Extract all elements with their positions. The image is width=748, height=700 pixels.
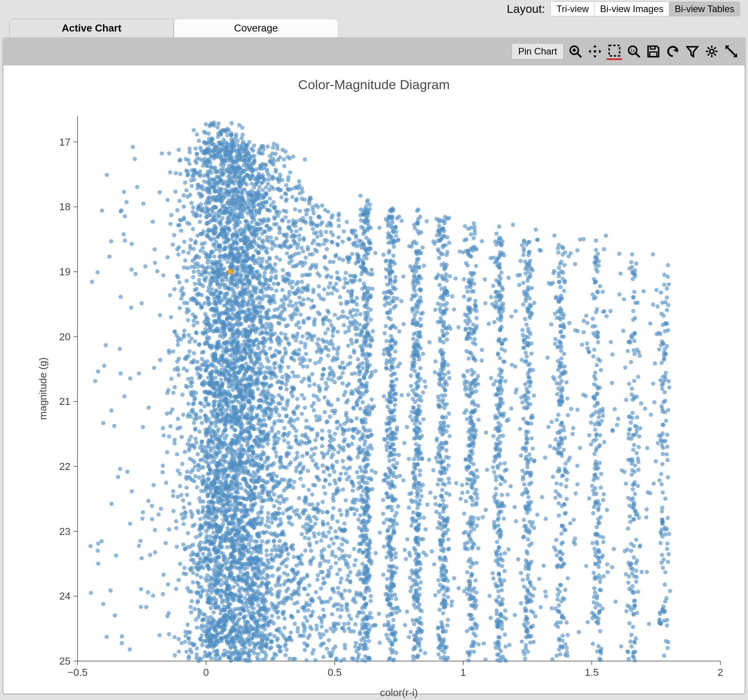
layout-biview-tables-button[interactable]: Bi-view Tables xyxy=(669,2,740,16)
svg-point-4977 xyxy=(319,296,323,301)
svg-point-4062 xyxy=(294,338,298,343)
svg-point-7672 xyxy=(491,434,496,438)
svg-point-2527 xyxy=(199,192,203,197)
svg-point-4109 xyxy=(331,260,335,264)
scatter-plot[interactable]: −0.500.511.52171819202122232425color(r-i… xyxy=(35,108,736,700)
svg-point-4790 xyxy=(309,216,313,220)
svg-point-5499 xyxy=(215,638,219,642)
svg-point-9306 xyxy=(350,434,355,438)
svg-point-8148 xyxy=(526,309,530,313)
settings-icon[interactable] xyxy=(704,44,720,59)
svg-point-3002 xyxy=(303,648,307,652)
layout-biview-images-button[interactable]: Bi-view Images xyxy=(595,2,669,16)
svg-point-7611 xyxy=(473,600,477,605)
svg-point-8842 xyxy=(159,507,163,511)
zoom-in-icon[interactable] xyxy=(568,44,583,59)
svg-point-3141 xyxy=(264,397,268,401)
svg-point-3667 xyxy=(277,437,281,441)
svg-point-9182 xyxy=(482,641,486,645)
svg-point-5040 xyxy=(232,345,236,350)
svg-point-5593 xyxy=(252,200,256,204)
svg-point-4456 xyxy=(241,395,245,399)
svg-point-9168 xyxy=(642,289,646,293)
svg-point-2649 xyxy=(192,460,197,464)
svg-point-2173 xyxy=(188,244,192,248)
undo-icon[interactable] xyxy=(665,44,681,59)
svg-point-3792 xyxy=(335,572,340,576)
svg-point-8392 xyxy=(591,571,596,575)
svg-point-7601 xyxy=(466,394,471,398)
svg-point-9192 xyxy=(401,274,406,279)
svg-point-9115 xyxy=(435,233,439,237)
svg-point-4952 xyxy=(312,535,317,539)
layout-tri-view-button[interactable]: Tri-view xyxy=(550,2,595,16)
svg-point-5845 xyxy=(263,277,268,281)
select-rect-icon[interactable] xyxy=(607,43,622,60)
save-icon[interactable] xyxy=(646,44,661,59)
svg-point-8899 xyxy=(204,331,208,335)
svg-point-5239 xyxy=(286,323,290,327)
svg-point-3611 xyxy=(243,461,247,466)
svg-point-5436 xyxy=(230,503,234,507)
svg-point-6091 xyxy=(363,590,368,594)
svg-point-8204 xyxy=(554,437,558,441)
svg-point-6522 xyxy=(396,238,400,243)
svg-point-8368 xyxy=(561,277,565,281)
svg-point-3649 xyxy=(235,350,239,355)
svg-point-4700 xyxy=(225,255,229,259)
svg-point-7054 xyxy=(432,562,436,566)
svg-point-5027 xyxy=(217,555,221,559)
svg-point-7378 xyxy=(470,503,475,507)
svg-point-9315 xyxy=(431,468,436,472)
svg-point-6963 xyxy=(418,488,423,492)
svg-point-5836 xyxy=(347,325,351,329)
svg-point-8129 xyxy=(519,259,523,263)
zoom-1x-icon[interactable]: 1x xyxy=(626,44,642,59)
svg-point-6605 xyxy=(390,221,394,225)
svg-point-5217 xyxy=(216,413,221,417)
svg-point-7605 xyxy=(467,280,471,284)
svg-point-5783 xyxy=(303,358,307,362)
svg-point-5570 xyxy=(342,538,347,543)
svg-point-2668 xyxy=(216,175,221,179)
tab-active-chart[interactable]: Active Chart xyxy=(9,19,174,37)
svg-point-5265 xyxy=(264,331,268,335)
svg-point-9282 xyxy=(552,545,556,549)
svg-point-4101 xyxy=(339,471,343,476)
svg-point-4511 xyxy=(251,255,256,259)
svg-point-5263 xyxy=(287,303,291,308)
svg-point-5050 xyxy=(217,475,221,479)
svg-point-5452 xyxy=(215,500,220,504)
svg-point-5844 xyxy=(328,434,332,438)
chart-area[interactable]: Color-Magnitude Diagram −0.500.511.52171… xyxy=(4,65,744,693)
svg-point-9033 xyxy=(528,315,532,320)
svg-point-4728 xyxy=(291,616,295,620)
svg-point-9238 xyxy=(626,349,630,353)
svg-point-6647 xyxy=(396,504,400,508)
svg-point-4395 xyxy=(343,643,347,647)
pin-chart-button[interactable]: Pin Chart xyxy=(512,43,564,60)
svg-point-3016 xyxy=(197,365,201,369)
svg-point-9084 xyxy=(411,344,416,348)
svg-point-6035 xyxy=(368,540,372,545)
expand-icon[interactable] xyxy=(723,44,739,59)
svg-point-8050 xyxy=(523,359,527,364)
svg-point-8995 xyxy=(466,307,471,311)
svg-point-9338 xyxy=(667,379,671,383)
svg-point-8222 xyxy=(562,352,566,356)
filter-icon[interactable] xyxy=(684,44,700,59)
svg-point-7344 xyxy=(443,646,447,651)
svg-point-6186 xyxy=(364,504,369,508)
svg-point-4960 xyxy=(311,227,315,231)
pan-icon[interactable] xyxy=(587,44,603,59)
svg-point-5319 xyxy=(238,274,243,278)
tab-coverage[interactable]: Coverage xyxy=(174,19,338,37)
svg-point-6404 xyxy=(384,259,388,263)
svg-point-2726 xyxy=(268,647,272,651)
svg-point-9043 xyxy=(462,531,466,535)
svg-point-5655 xyxy=(296,629,300,633)
svg-point-4693 xyxy=(268,301,272,306)
svg-point-5582 xyxy=(284,244,288,248)
svg-point-4917 xyxy=(278,172,282,177)
svg-point-5424 xyxy=(282,232,286,237)
